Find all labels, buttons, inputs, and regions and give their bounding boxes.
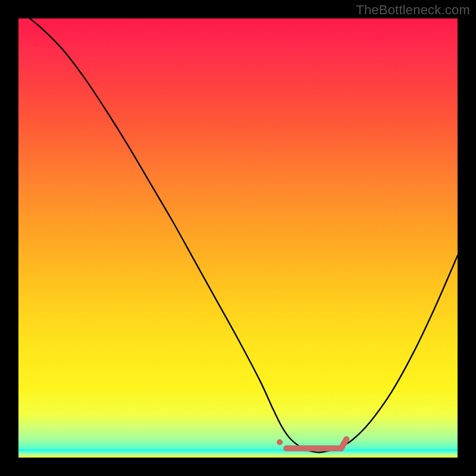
- chart-frame: TheBottleneck.com: [0, 0, 476, 476]
- plot-area: [18, 18, 458, 458]
- svg-point-0: [277, 439, 283, 445]
- bottleneck-curve: [18, 18, 458, 458]
- watermark-text: TheBottleneck.com: [356, 2, 470, 18]
